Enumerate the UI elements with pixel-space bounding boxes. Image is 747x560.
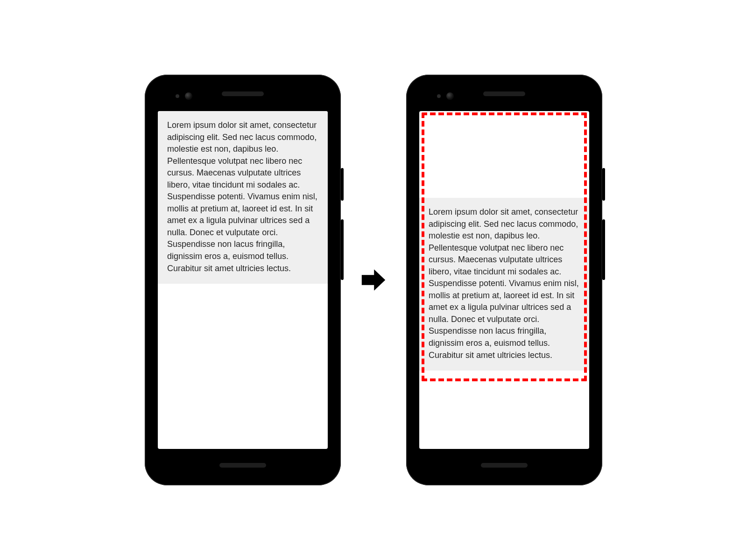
phone-side-button-volume	[341, 219, 344, 280]
phone-screen-right: Lorem ipsum dolor sit amet, consectetur …	[419, 111, 589, 449]
phone-side-button-power	[341, 168, 344, 201]
phone-screen-left: Lorem ipsum dolor sit amet, consectetur …	[158, 111, 328, 449]
speaker-slit-icon	[222, 91, 264, 96]
bottom-speaker-icon	[481, 463, 528, 468]
phone-side-button-volume	[602, 219, 605, 280]
phone-mockup-right: Lorem ipsum dolor sit amet, consectetur …	[406, 75, 602, 485]
phone-mockup-left: Lorem ipsum dolor sit amet, consectetur …	[145, 75, 341, 485]
earpiece-speaker	[413, 91, 596, 96]
phone-body: Lorem ipsum dolor sit amet, consectetur …	[151, 81, 334, 479]
speaker-slit-icon	[483, 91, 525, 96]
arrow-right-icon	[359, 266, 388, 294]
svg-marker-0	[362, 269, 385, 291]
earpiece-speaker	[151, 91, 334, 96]
bottom-speaker-icon	[219, 463, 266, 468]
content-text-block: Lorem ipsum dolor sit amet, consectetur …	[419, 198, 589, 371]
phone-side-button-power	[602, 168, 605, 201]
content-text-block: Lorem ipsum dolor sit amet, consectetur …	[158, 111, 328, 284]
phone-body: Lorem ipsum dolor sit amet, consectetur …	[413, 81, 596, 479]
transition-arrow	[359, 266, 388, 294]
